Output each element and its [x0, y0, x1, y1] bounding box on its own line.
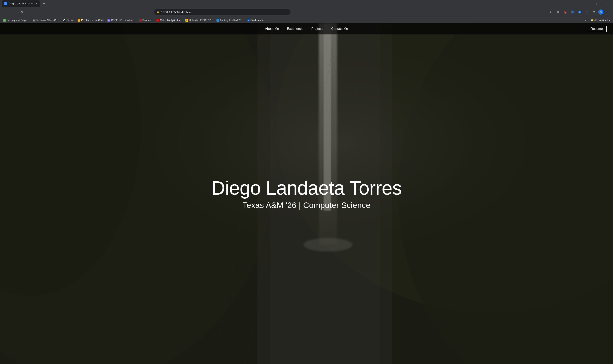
address-bar: ← → ↻ 🔓 127.0.0.1:5500/index.html ★ ▩ ◉ …: [0, 7, 613, 17]
nav-contact-me[interactable]: Contact Me: [331, 27, 348, 31]
bookmark-imleagues-icon: IM: [3, 19, 6, 22]
bookmark-github-label: GitHub: [67, 19, 74, 22]
maximize-button[interactable]: □: [593, 0, 602, 7]
bookmark-github-icon: [63, 19, 66, 22]
bookmark-matrix-label: Matrix Multiplicatio...: [160, 19, 182, 22]
bookmark-all-bookmarks[interactable]: 📁 All Bookmarks: [589, 18, 611, 23]
menu-button[interactable]: ⋮: [604, 9, 611, 15]
window-controls: ─ □ ✕: [583, 0, 611, 7]
bookmark-leetcode-icon: L: [78, 19, 80, 22]
chrome-window: D Diego Landaeta Torres ✕ + ─ □ ✕ ← → ↻ …: [0, 0, 613, 364]
bookmark-all-label: All Bookmarks: [594, 19, 610, 22]
nav-about-me[interactable]: About Me: [265, 27, 279, 31]
bookmark-imleagues-label: IMLeagues | Diego...: [7, 19, 29, 22]
bookmark-matrix-icon: M: [156, 19, 159, 22]
bookmarks-bar: IM IMLeagues | Diego... TA Technical Aff…: [0, 17, 613, 23]
active-tab[interactable]: D Diego Landaeta Torres ✕: [2, 0, 40, 7]
bookmark-holanda-label: Holanda - ICSCE 12...: [189, 19, 213, 22]
close-button[interactable]: ✕: [602, 0, 611, 7]
nav-projects[interactable]: Projects: [311, 27, 323, 31]
browser-extensions-button[interactable]: ◉: [562, 9, 569, 15]
address-input[interactable]: 🔓 127.0.0.1:5500/index.html: [154, 9, 290, 15]
bookmark-gradescope-label: Gradescope: [250, 19, 263, 22]
profile-avatar[interactable]: D: [598, 9, 603, 15]
tab-favicon: D: [4, 2, 7, 5]
screen-cast-button[interactable]: ▩: [555, 9, 561, 15]
bookmark-github[interactable]: GitHub: [61, 18, 76, 23]
bookmark-pearson-label: Pearson+: [143, 19, 153, 22]
bookmark-gradescope-icon: G: [247, 19, 250, 22]
bookmark-matrix[interactable]: M Matrix Multiplicatio...: [155, 18, 183, 23]
address-bar-actions: ★ ▩ ◉ B G ▢ ▼ D ⋮: [548, 9, 611, 15]
address-text: 127.0.0.1:5500/index.html: [161, 11, 288, 14]
bookmark-folder-icon: 📁: [591, 19, 594, 22]
page-content: About Me Experience Projects Contact Me …: [0, 23, 613, 364]
bookmark-csce-label: CSCE 121: Introduct...: [111, 19, 135, 22]
resume-button[interactable]: Resume: [587, 26, 607, 32]
tab-close-button[interactable]: ✕: [35, 2, 38, 5]
tab-bar: D Diego Landaeta Torres ✕ + ─ □ ✕: [0, 0, 613, 7]
bookmark-pearson[interactable]: P Pearson+: [137, 18, 155, 23]
bookmark-fantasy-icon: FF: [217, 19, 219, 22]
bitwarden-button[interactable]: B: [569, 9, 576, 15]
bookmark-imleagues[interactable]: IM IMLeagues | Diego...: [2, 18, 31, 23]
bookmark-leetcode-label: Problems - LeetCode: [81, 19, 104, 22]
nav-links: About Me Experience Projects Contact Me: [265, 27, 348, 31]
bookmark-technical-affairs-label: Technical Affairs Co...: [36, 19, 59, 22]
site-nav: About Me Experience Projects Contact Me …: [0, 23, 613, 34]
bookmark-fantasy[interactable]: FF Fantasy Football 20...: [215, 18, 245, 23]
forward-button[interactable]: →: [10, 9, 17, 15]
hero-name: Diego Landaeta Torres: [211, 177, 402, 199]
bookmark-star-button[interactable]: ★: [548, 9, 554, 15]
bookmark-holanda-icon: H: [185, 19, 188, 22]
bookmark-pearson-icon: P: [139, 19, 142, 22]
lock-icon: 🔓: [157, 11, 160, 13]
minimize-button[interactable]: ─: [583, 0, 592, 7]
bookmark-gradescope[interactable]: G Gradescope: [245, 18, 265, 23]
svg-text:B: B: [572, 11, 573, 13]
bookmark-holanda[interactable]: H Holanda - ICSCE 12...: [184, 18, 215, 23]
bookmark-csce-icon: Zy: [108, 19, 110, 22]
bookmark-fantasy-label: Fantasy Football 20...: [220, 19, 243, 22]
svg-text:G: G: [579, 11, 580, 13]
tab-search-button[interactable]: ▼: [591, 9, 597, 15]
bookmark-technical-affairs-icon: TA: [33, 19, 36, 22]
extensions-puzzle-button[interactable]: ▢: [584, 9, 590, 15]
bookmark-csce[interactable]: Zy CSCE 121: Introduct...: [106, 18, 137, 23]
bookmark-leetcode[interactable]: L Problems - LeetCode: [76, 18, 106, 23]
bookmarks-more-label: »: [585, 19, 586, 22]
new-tab-button[interactable]: +: [41, 1, 47, 6]
gemini-button[interactable]: G: [576, 9, 583, 15]
reload-button[interactable]: ↻: [18, 9, 25, 15]
back-button[interactable]: ←: [2, 9, 9, 15]
bookmark-technical-affairs[interactable]: TA Technical Affairs Co...: [31, 18, 61, 23]
hero-subtitle: Texas A&M '26 | Computer Science: [243, 201, 370, 210]
hero-content: Diego Landaeta Torres Texas A&M '26 | Co…: [0, 23, 613, 364]
nav-experience[interactable]: Experience: [287, 27, 303, 31]
svg-text:G: G: [248, 20, 249, 21]
bookmarks-more-button[interactable]: »: [584, 18, 588, 22]
tab-title: Diego Landaeta Torres: [9, 2, 33, 5]
